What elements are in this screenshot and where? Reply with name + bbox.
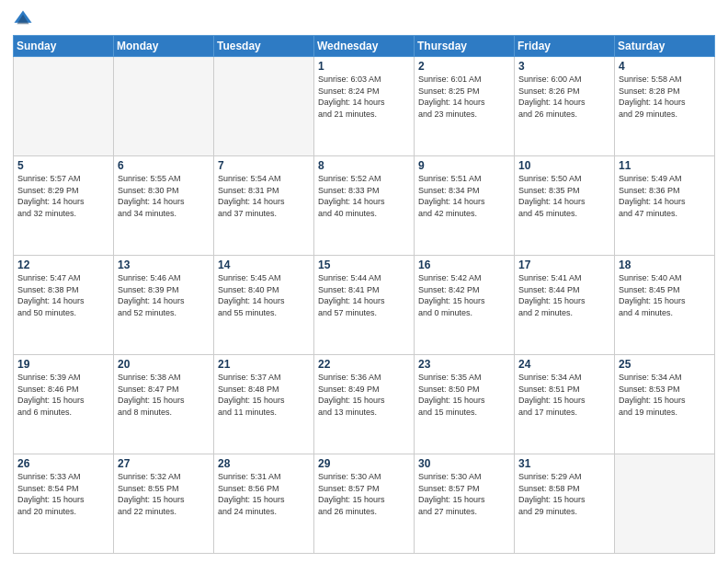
day-info: Daylight: 15 hours	[518, 295, 610, 307]
day-info: Daylight: 14 hours	[318, 295, 410, 307]
day-number: 27	[118, 457, 210, 470]
day-info: and 29 minutes.	[518, 506, 610, 518]
day-info: and 0 minutes.	[418, 307, 510, 319]
day-number: 2	[418, 60, 510, 73]
day-info: Sunrise: 5:45 AM	[218, 272, 310, 284]
day-info: Daylight: 15 hours	[318, 395, 410, 407]
day-info: Sunset: 8:25 PM	[418, 86, 510, 98]
calendar-table: SundayMondayTuesdayWednesdayThursdayFrid…	[13, 35, 715, 554]
day-number: 28	[218, 457, 310, 470]
day-cell: 6Sunrise: 5:55 AMSunset: 8:30 PMDaylight…	[114, 156, 214, 256]
day-info: Sunset: 8:48 PM	[218, 384, 310, 396]
day-cell: 2Sunrise: 6:01 AMSunset: 8:25 PMDaylight…	[415, 57, 515, 156]
day-info: and 13 minutes.	[318, 407, 410, 419]
day-info: Daylight: 15 hours	[619, 395, 711, 407]
logo-icon	[13, 9, 33, 29]
day-cell: 3Sunrise: 6:00 AMSunset: 8:26 PMDaylight…	[515, 57, 615, 156]
day-info: Sunrise: 5:49 AM	[619, 173, 711, 185]
day-number: 30	[418, 457, 510, 470]
day-cell: 14Sunrise: 5:45 AMSunset: 8:40 PMDayligh…	[214, 256, 314, 355]
day-info: Daylight: 15 hours	[518, 494, 610, 506]
day-info: Sunset: 8:54 PM	[17, 483, 109, 495]
day-info: Daylight: 14 hours	[619, 97, 711, 109]
day-number: 15	[318, 259, 410, 271]
day-cell: 31Sunrise: 5:29 AMSunset: 8:58 PMDayligh…	[515, 454, 615, 554]
col-header-thursday: Thursday	[415, 36, 515, 57]
day-number: 24	[518, 358, 610, 371]
day-info: Sunset: 8:55 PM	[118, 483, 210, 495]
day-info: Sunrise: 5:38 AM	[118, 372, 210, 384]
day-info: Sunrise: 5:39 AM	[17, 372, 109, 384]
day-info: Sunset: 8:41 PM	[318, 284, 410, 296]
day-info: Sunrise: 5:54 AM	[218, 173, 310, 185]
day-info: Sunrise: 5:51 AM	[418, 173, 510, 185]
week-row-4: 19Sunrise: 5:39 AMSunset: 8:46 PMDayligh…	[14, 355, 715, 454]
day-number: 7	[218, 159, 310, 172]
day-number: 16	[418, 259, 510, 271]
day-info: Sunset: 8:53 PM	[619, 384, 711, 396]
day-info: and 4 minutes.	[619, 307, 711, 319]
day-cell	[114, 57, 214, 156]
day-info: Sunrise: 5:50 AM	[518, 173, 610, 185]
day-info: and 26 minutes.	[318, 506, 410, 518]
day-number: 11	[619, 159, 711, 172]
day-info: and 26 minutes.	[518, 109, 610, 121]
day-info: Sunrise: 5:46 AM	[118, 272, 210, 284]
day-number: 26	[17, 457, 109, 470]
day-cell: 16Sunrise: 5:42 AMSunset: 8:42 PMDayligh…	[415, 256, 515, 355]
day-info: Sunrise: 5:44 AM	[318, 272, 410, 284]
day-info: Sunset: 8:47 PM	[118, 384, 210, 396]
day-info: and 57 minutes.	[318, 307, 410, 319]
day-info: Sunrise: 5:34 AM	[518, 372, 610, 384]
day-number: 6	[118, 159, 210, 172]
day-number: 18	[619, 259, 711, 271]
day-info: and 29 minutes.	[619, 109, 711, 121]
day-info: Sunset: 8:56 PM	[218, 483, 310, 495]
day-number: 12	[17, 259, 109, 271]
day-info: Sunrise: 5:52 AM	[318, 173, 410, 185]
day-info: Daylight: 14 hours	[17, 295, 109, 307]
day-info: Daylight: 14 hours	[518, 97, 610, 109]
day-number: 19	[17, 358, 109, 371]
page: SundayMondayTuesdayWednesdayThursdayFrid…	[0, 0, 728, 563]
day-info: and 55 minutes.	[218, 307, 310, 319]
day-info: Daylight: 15 hours	[17, 494, 109, 506]
day-cell: 19Sunrise: 5:39 AMSunset: 8:46 PMDayligh…	[14, 355, 114, 454]
day-info: Sunrise: 5:42 AM	[418, 272, 510, 284]
day-info: Daylight: 15 hours	[518, 395, 610, 407]
day-info: and 32 minutes.	[17, 208, 109, 220]
col-header-friday: Friday	[515, 36, 615, 57]
day-info: Daylight: 14 hours	[318, 196, 410, 208]
day-info: Sunrise: 5:33 AM	[17, 471, 109, 483]
day-info: Sunset: 8:46 PM	[17, 384, 109, 396]
day-info: and 34 minutes.	[118, 208, 210, 220]
day-number: 4	[619, 60, 711, 73]
day-info: Daylight: 14 hours	[118, 295, 210, 307]
day-info: and 6 minutes.	[17, 407, 109, 419]
day-info: and 45 minutes.	[518, 208, 610, 220]
col-header-wednesday: Wednesday	[314, 36, 415, 57]
day-info: and 15 minutes.	[418, 407, 510, 419]
day-info: and 37 minutes.	[218, 208, 310, 220]
week-row-2: 5Sunrise: 5:57 AMSunset: 8:29 PMDaylight…	[14, 156, 715, 256]
day-cell: 7Sunrise: 5:54 AMSunset: 8:31 PMDaylight…	[214, 156, 314, 256]
day-number: 13	[118, 259, 210, 271]
day-number: 14	[218, 259, 310, 271]
col-header-monday: Monday	[114, 36, 214, 57]
header	[13, 9, 715, 29]
day-cell: 22Sunrise: 5:36 AMSunset: 8:49 PMDayligh…	[314, 355, 415, 454]
day-info: Sunrise: 5:57 AM	[17, 173, 109, 185]
day-info: Sunset: 8:31 PM	[218, 185, 310, 197]
day-info: Daylight: 14 hours	[418, 97, 510, 109]
day-info: Sunset: 8:45 PM	[619, 284, 711, 296]
day-number: 25	[619, 358, 711, 371]
day-info: Daylight: 14 hours	[318, 97, 410, 109]
day-info: and 50 minutes.	[17, 307, 109, 319]
day-info: Sunset: 8:29 PM	[17, 185, 109, 197]
day-cell: 23Sunrise: 5:35 AMSunset: 8:50 PMDayligh…	[415, 355, 515, 454]
day-cell: 13Sunrise: 5:46 AMSunset: 8:39 PMDayligh…	[114, 256, 214, 355]
day-cell: 26Sunrise: 5:33 AMSunset: 8:54 PMDayligh…	[14, 454, 114, 554]
day-info: Daylight: 14 hours	[518, 196, 610, 208]
day-info: Daylight: 15 hours	[218, 395, 310, 407]
day-cell: 24Sunrise: 5:34 AMSunset: 8:51 PMDayligh…	[515, 355, 615, 454]
